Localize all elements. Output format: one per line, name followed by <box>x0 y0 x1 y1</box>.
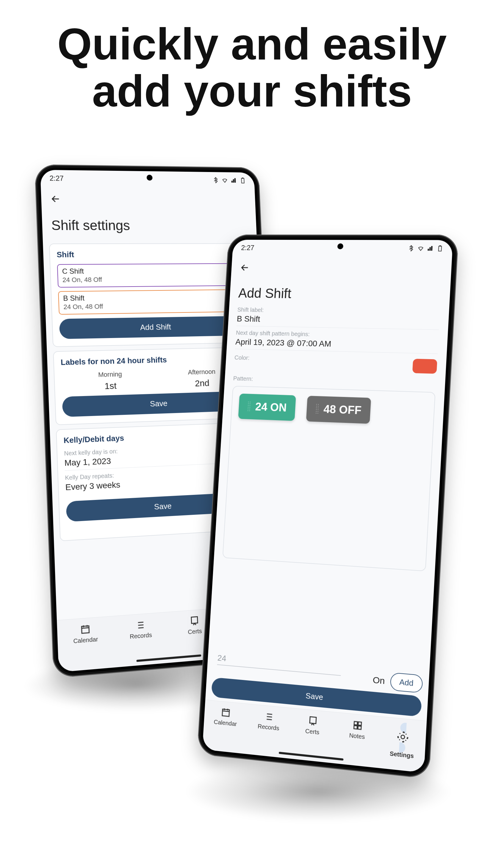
nav-label: Settings <box>383 750 420 760</box>
page-title: Shift settings <box>41 208 257 239</box>
status-time: 2:27 <box>241 244 255 252</box>
drag-handle-icon[interactable] <box>315 403 320 415</box>
shift-item[interactable]: C Shift 24 On, 48 Off <box>57 263 247 287</box>
nav-label: Notes <box>339 731 375 741</box>
nav-settings[interactable]: Settings <box>383 722 422 760</box>
chip-text: 24 ON <box>255 401 287 414</box>
nav-label: Records <box>123 631 159 641</box>
chip-text: 48 OFF <box>323 403 362 417</box>
nav-notes[interactable]: Notes <box>339 718 376 741</box>
nav-calendar[interactable]: Calendar <box>67 622 104 645</box>
nav-certs[interactable]: Certs <box>295 714 331 737</box>
back-icon[interactable] <box>50 194 61 204</box>
certificate-icon <box>307 715 319 727</box>
bluetooth-icon <box>408 245 415 251</box>
grid-icon <box>352 720 363 732</box>
on-off-toggle[interactable]: On <box>372 675 385 686</box>
pattern-chip-on[interactable]: 24 ON <box>238 394 296 421</box>
signal-icon <box>231 177 237 184</box>
field-label: Pattern: <box>233 375 436 388</box>
card-title: Shift <box>56 250 246 259</box>
back-icon[interactable] <box>240 263 250 273</box>
nav-records[interactable]: Records <box>122 618 159 641</box>
shift-pattern: 24 On, 48 Off <box>63 301 243 311</box>
shift-name: C Shift <box>62 266 241 275</box>
list-icon <box>135 619 146 631</box>
status-bar: 2:27 <box>232 240 453 256</box>
status-time: 2:27 <box>49 174 64 183</box>
nav-label: Records <box>251 722 286 733</box>
phone-mockup-right: 2:27 Add Shift Shift label: B Shift Next… <box>197 235 459 779</box>
marketing-headline: Quickly and easily add your shifts <box>0 21 504 115</box>
nav-records[interactable]: Records <box>251 710 287 733</box>
signal-icon <box>427 245 434 251</box>
nav-label: Calendar <box>208 718 243 728</box>
headline-line-1: Quickly and easily <box>0 21 504 68</box>
battery-icon <box>436 245 443 251</box>
nav-label: Certs <box>295 727 330 737</box>
drag-handle-icon[interactable] <box>247 401 252 412</box>
battery-icon <box>239 177 246 183</box>
shift-item[interactable]: B Shift 24 On, 48 Off <box>58 289 248 315</box>
certificate-icon <box>189 615 200 627</box>
label-value[interactable]: 2nd <box>188 378 216 389</box>
pattern-container: 24 ON 48 OFF <box>222 386 435 571</box>
nav-calendar[interactable]: Calendar <box>208 706 243 728</box>
calendar-icon <box>80 623 91 635</box>
headline-line-2: add your shifts <box>0 68 504 115</box>
camera-hole <box>147 175 153 181</box>
bluetooth-icon <box>213 177 219 183</box>
color-swatch[interactable] <box>413 358 437 374</box>
field-label: Color: <box>234 354 250 362</box>
nav-label: Calendar <box>67 635 104 645</box>
label-value[interactable]: 1st <box>99 381 122 392</box>
label-header: Afternoon <box>188 368 215 376</box>
pattern-start-field[interactable]: April 19, 2023 @ 07:00 AM <box>235 337 438 354</box>
add-shift-button[interactable]: Add Shift <box>59 316 249 339</box>
shift-pattern: 24 On, 48 Off <box>62 275 241 284</box>
list-icon <box>264 711 274 722</box>
pattern-chip-off[interactable]: 48 OFF <box>306 396 371 424</box>
gear-icon <box>397 731 408 743</box>
calendar-icon <box>220 707 231 718</box>
page-title: Add Shift <box>229 276 451 310</box>
add-pattern-button[interactable]: Add <box>390 672 423 693</box>
wifi-icon <box>222 177 228 184</box>
label-header: Morning <box>98 370 122 379</box>
shift-label-field[interactable]: B Shift <box>237 314 440 330</box>
wifi-icon <box>417 245 424 251</box>
